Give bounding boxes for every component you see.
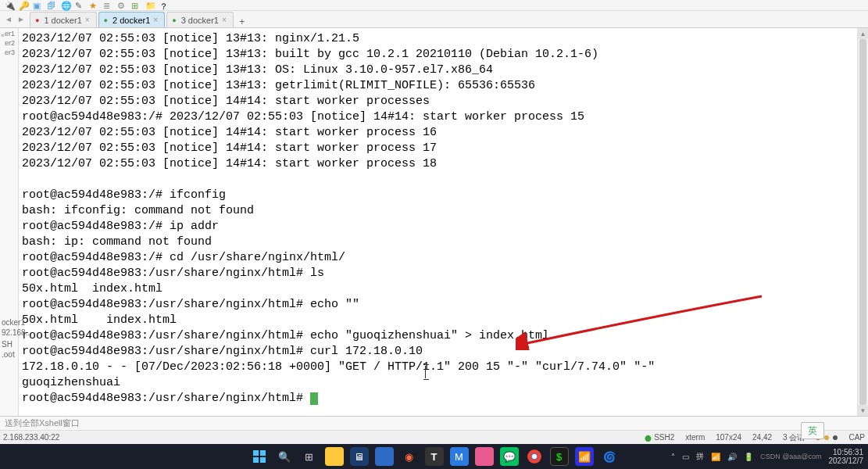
vbox-icon[interactable] [375,447,394,466]
toolbar: 🔌 🔑 ▣ 🗐 🌐 ✎ ★ ≣ ⚙ ⊞ 📁 ？ [0,0,868,11]
copy-icon[interactable]: 🗐 [47,1,56,10]
globe-icon[interactable]: 🌐 [61,1,70,10]
svg-rect-1 [260,450,266,456]
scrollbar[interactable]: ▲ ▼ [857,28,868,416]
nav-back-icon[interactable]: ◄ [3,13,14,24]
nav-fwd-icon[interactable]: ► [16,13,27,24]
tray-sound-icon[interactable]: 🔊 [727,453,737,461]
star-icon[interactable]: ★ [89,1,98,10]
clock[interactable]: 10:56:31 2023/12/7 [829,448,864,465]
terminal-output[interactable]: 2023/12/07 02:55:03 [notice] 13#13: ngin… [19,28,868,416]
xshell-icon[interactable]: $ [550,447,569,466]
svg-point-6 [532,454,537,459]
tab-label: 3 docker1 [181,16,219,25]
close-icon[interactable]: × [85,16,90,24]
status-bar: 2.168.233.40:22 SSH2 xterm 107x24 24,42 … [0,430,868,444]
settings-icon[interactable]: ⚙ [117,1,127,10]
tray-power-icon[interactable]: 🔋 [744,453,753,461]
status-size: 107x24 [716,433,741,442]
vmware-icon[interactable]: 🖥 [350,447,369,466]
close-icon[interactable]: × [153,16,158,24]
scroll-down-icon[interactable]: ▼ [858,405,868,416]
status-cap: CAP [848,433,865,442]
terminal-area[interactable]: 2023/12/07 02:55:03 [notice] 13#13: ngin… [19,28,868,416]
folder-icon[interactable]: 📁 [145,1,155,10]
edge-icon[interactable]: 🌀 [600,447,619,466]
status-ip: 2.168.233.40:22 [3,433,59,442]
tray-battery-icon[interactable]: ▭ [682,453,689,461]
session-list-crop: ocker1 92.168... SH .oot [0,317,33,360]
status-term: xterm [685,433,705,442]
add-tab-button[interactable]: + [235,16,249,27]
scroll-up-icon[interactable]: ▲ [858,28,868,39]
app-pink-icon[interactable] [475,447,494,466]
ime-indicator[interactable]: 英 [801,422,824,439]
watermark: CSDN @aaa@com [760,453,821,460]
main-area: « 2023/12/07 02:55:03 [notice] 13#13: ng… [0,28,868,416]
svg-rect-0 [253,450,259,456]
network-icon[interactable]: ⊞ [131,1,141,10]
side-expand-icon[interactable]: « [0,30,18,41]
tray-wifi-icon[interactable]: 📶 [711,453,720,461]
explorer-icon[interactable] [325,447,344,466]
tab-docker1-2[interactable]: 2 docker1 × [98,12,166,27]
help-icon[interactable]: ？ [159,1,169,10]
scrollbar-thumb[interactable] [859,39,866,405]
wechat-icon[interactable]: 💬 [500,447,519,466]
tab-docker1-3[interactable]: 3 docker1 × [166,12,234,27]
edit-icon[interactable]: ✎ [75,1,84,10]
system-tray: ˄ ▭ 拼 📶 🔊 🔋 CSDN @aaa@com 10:56:31 2023/… [671,448,863,465]
svg-rect-3 [260,457,266,463]
tab-label: 1 docker1 [44,16,81,25]
terminal-cursor [310,392,318,405]
db-icon[interactable]: ≣ [103,1,113,10]
key-icon[interactable]: 🔑 [19,1,28,10]
start-button[interactable] [250,447,269,466]
taskbar: 🔍 ⊞ 🖥 ◉ T M 💬 $ 📶 🌀 ˄ ▭ 拼 📶 🔊 🔋 CSDN @aa… [0,444,868,469]
broadcast-hint: 送到全部Xshell窗口 [5,417,80,429]
connect-icon[interactable]: 🔌 [5,1,14,10]
taskview-icon[interactable]: ⊞ [300,447,319,466]
tab-docker1-1[interactable]: 1 docker1 × [30,12,97,27]
tab-label: 2 docker1 [113,16,150,25]
chrome-icon[interactable] [525,447,544,466]
search-icon[interactable]: 🔍 [275,447,294,466]
tray-up-icon[interactable]: ˄ [671,453,675,461]
status-pos: 24,42 [752,433,772,442]
todesk-icon[interactable]: ◉ [400,447,419,466]
status-ssh: SSH2 [645,433,674,442]
tray-lang-icon[interactable]: 拼 [696,451,704,462]
markdown-icon[interactable]: M [450,447,469,466]
command-broadcast-bar[interactable]: 送到全部Xshell窗口 [0,416,868,430]
session-icon[interactable]: ▣ [33,1,42,10]
svg-rect-2 [253,457,259,463]
tab-bar: ◄ ► 1 docker1 × 2 docker1 × 3 docker1 × … [0,11,868,28]
baidu-icon[interactable]: 📶 [575,447,594,466]
close-icon[interactable]: × [222,16,227,24]
typora-icon[interactable]: T [425,447,444,466]
